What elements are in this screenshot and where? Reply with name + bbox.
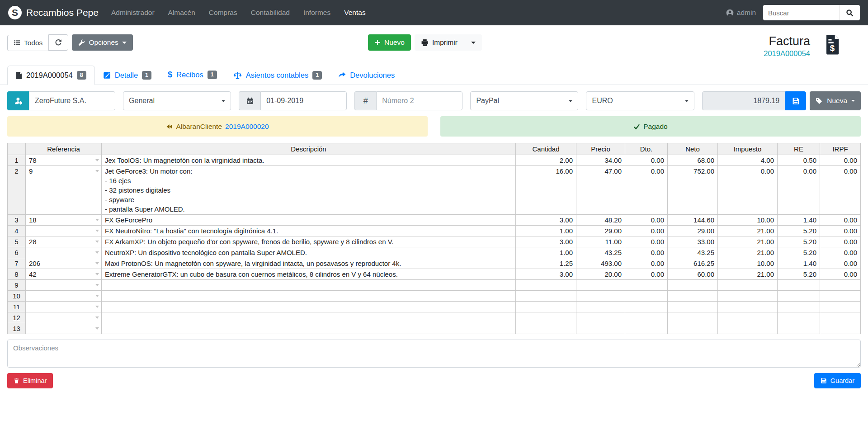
precio-cell[interactable]: 34.00 [576, 155, 625, 166]
impuesto-cell[interactable] [718, 291, 778, 302]
reference-cell[interactable] [26, 226, 102, 236]
guardar-button[interactable]: Guardar [814, 373, 861, 388]
irpf-cell[interactable] [820, 291, 861, 302]
precio-cell[interactable] [576, 280, 625, 291]
neto-cell[interactable] [668, 302, 718, 312]
cantidad-cell[interactable]: 2.00 [516, 155, 576, 166]
cantidad-cell[interactable]: 16.00 [516, 166, 576, 215]
reference-cell[interactable] [26, 280, 102, 291]
reference-cell[interactable]: 206 [26, 258, 102, 269]
description-cell[interactable] [102, 280, 516, 291]
description-cell[interactable] [102, 302, 516, 312]
impuesto-cell[interactable]: 0.00 [718, 166, 778, 215]
irpf-cell[interactable]: 0.00 [820, 155, 861, 166]
tab-devoluciones[interactable]: Devoluciones [330, 66, 403, 85]
cantidad-cell[interactable] [516, 302, 576, 312]
dto-cell[interactable] [625, 302, 668, 312]
eliminar-button[interactable]: Eliminar [7, 373, 53, 388]
nuevo-button[interactable]: Nuevo [368, 34, 411, 51]
description-cell[interactable]: NeutroXP: Un dispositivo tecnológico con… [102, 247, 516, 258]
nav-item-administrador[interactable]: Administrador [111, 9, 155, 17]
precio-cell[interactable]: 493.00 [576, 258, 625, 269]
re-cell[interactable] [778, 291, 820, 302]
customer-input[interactable] [29, 91, 115, 110]
re-cell[interactable]: 5.20 [778, 236, 820, 247]
irpf-cell[interactable]: 0.00 [820, 226, 861, 236]
cantidad-cell[interactable]: 1.25 [516, 258, 576, 269]
impuesto-cell[interactable]: 21.00 [718, 269, 778, 280]
re-cell[interactable]: 5.20 [778, 247, 820, 258]
reference-cell[interactable] [26, 312, 102, 323]
irpf-cell[interactable] [820, 323, 861, 334]
neto-cell[interactable]: 616.25 [668, 258, 718, 269]
albaran-link[interactable]: 2019A000020 [225, 123, 269, 131]
dto-cell[interactable]: 0.00 [625, 226, 668, 236]
description-cell[interactable] [102, 323, 516, 334]
reference-cell[interactable] [26, 247, 102, 258]
neto-cell[interactable] [668, 312, 718, 323]
reference-cell[interactable]: 28 [26, 236, 102, 247]
reference-cell[interactable] [26, 291, 102, 302]
cantidad-cell[interactable] [516, 312, 576, 323]
description-cell[interactable]: Extreme GeneratorGTX: un cubo de basura … [102, 269, 516, 280]
impuesto-cell[interactable]: 10.00 [718, 258, 778, 269]
search-input[interactable] [763, 5, 839, 20]
impuesto-cell[interactable]: 21.00 [718, 226, 778, 236]
refresh-button[interactable] [48, 34, 68, 51]
re-cell[interactable] [778, 323, 820, 334]
tab-detalle[interactable]: Detalle 1 [95, 66, 160, 85]
cantidad-cell[interactable] [516, 291, 576, 302]
neto-cell[interactable]: 33.00 [668, 236, 718, 247]
irpf-cell[interactable]: 0.00 [820, 269, 861, 280]
irpf-cell[interactable] [820, 280, 861, 291]
precio-cell[interactable]: 48.20 [576, 215, 625, 226]
description-cell[interactable]: FX ArkamXP: Un objeto pequeño d'or con s… [102, 236, 516, 247]
nav-item-informes[interactable]: Informes [303, 9, 330, 17]
impuesto-cell[interactable] [718, 323, 778, 334]
re-cell[interactable]: 5.20 [778, 269, 820, 280]
dto-cell[interactable] [625, 312, 668, 323]
description-cell[interactable]: Jet GeForce3: Un motor con:- 16 ejes- 32… [102, 166, 516, 215]
neto-cell[interactable]: 43.25 [668, 247, 718, 258]
neto-cell[interactable] [668, 280, 718, 291]
description-cell[interactable] [102, 291, 516, 302]
tab-invoice-main[interactable]: 2019A000054 8 [7, 66, 95, 85]
description-cell[interactable]: Jex ToolOS: Un magnetofón con la virgini… [102, 155, 516, 166]
serie-select[interactable]: General [123, 91, 231, 110]
search-button[interactable] [839, 5, 860, 20]
cantidad-cell[interactable]: 1.00 [516, 226, 576, 236]
payment-select[interactable]: PayPal [470, 91, 578, 110]
reference-cell[interactable]: 42 [26, 269, 102, 280]
re-cell[interactable]: 0.00 [778, 166, 820, 215]
tab-recibos[interactable]: $ Recibos 1 [160, 65, 225, 85]
precio-cell[interactable]: 43.25 [576, 247, 625, 258]
number2-input[interactable] [376, 91, 462, 110]
precio-cell[interactable] [576, 291, 625, 302]
user-menu[interactable]: admin [726, 9, 756, 17]
tab-asientos-contables[interactable]: Asientos contables 1 [225, 66, 330, 85]
description-cell[interactable]: Maxi ProtonOS: Un magnetofón con spyware… [102, 258, 516, 269]
description-cell[interactable]: FX NeutroNitro: "La hostia" con tecnolog… [102, 226, 516, 236]
dto-cell[interactable]: 0.00 [625, 247, 668, 258]
dto-cell[interactable]: 0.00 [625, 258, 668, 269]
nav-item-compras[interactable]: Compras [209, 9, 237, 17]
dto-cell[interactable]: 0.00 [625, 166, 668, 215]
app-brand[interactable]: S Recambios Pepe [8, 6, 99, 19]
reference-cell[interactable] [26, 302, 102, 312]
reference-cell[interactable]: 9 [26, 166, 102, 215]
description-cell[interactable] [102, 312, 516, 323]
precio-cell[interactable] [576, 323, 625, 334]
precio-cell[interactable] [576, 302, 625, 312]
impuesto-cell[interactable]: 10.00 [718, 215, 778, 226]
cantidad-cell[interactable] [516, 323, 576, 334]
re-cell[interactable]: 1.40 [778, 215, 820, 226]
nav-item-ventas[interactable]: Ventas [344, 9, 365, 17]
description-cell[interactable]: FX GeForcePro [102, 215, 516, 226]
neto-cell[interactable] [668, 323, 718, 334]
todos-button[interactable]: Todos [7, 35, 49, 51]
impuesto-cell[interactable]: 21.00 [718, 247, 778, 258]
nav-item-almacen[interactable]: Almacén [168, 9, 195, 17]
dto-cell[interactable]: 0.00 [625, 269, 668, 280]
precio-cell[interactable]: 20.00 [576, 269, 625, 280]
customer-button[interactable] [7, 91, 29, 110]
